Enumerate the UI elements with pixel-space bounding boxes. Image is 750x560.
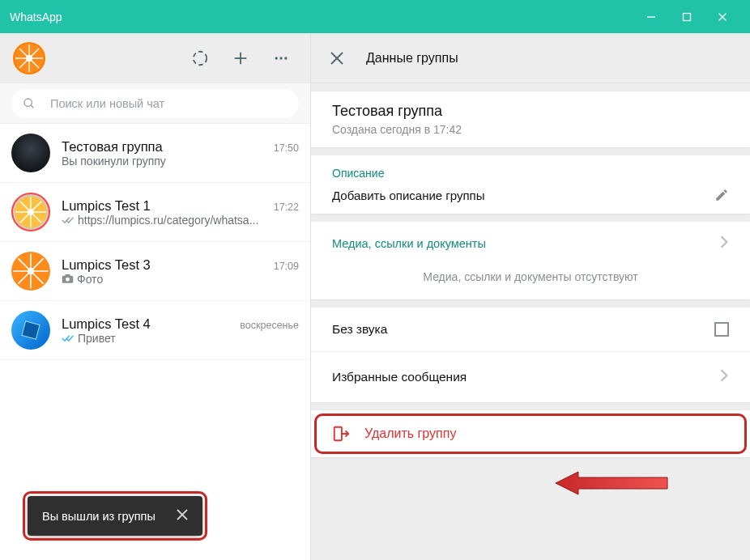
window-minimize-button[interactable]: [633, 0, 669, 33]
chat-list-panel: Тестовая группа 17:50 Вы покинули группу: [0, 33, 311, 560]
svg-point-20: [24, 99, 32, 106]
group-name: Тестовая группа: [332, 103, 729, 120]
mute-label: Без звука: [332, 322, 714, 337]
chat-avatar: [11, 311, 50, 350]
chat-snippet: Фото: [62, 273, 299, 286]
chat-time: 17:22: [274, 202, 299, 213]
search-box[interactable]: [11, 89, 299, 118]
svg-point-19: [284, 57, 287, 59]
panel-title: Данные группы: [366, 51, 458, 66]
exit-icon: [332, 425, 350, 443]
search-row: [0, 83, 310, 124]
chat-name: Тестовая группа: [62, 139, 274, 155]
menu-icon[interactable]: [265, 42, 297, 74]
chat-name: Lumpics Test 3: [62, 257, 274, 273]
chat-list: Тестовая группа 17:50 Вы покинули группу: [0, 124, 310, 560]
description-text: Добавить описание группы: [332, 189, 714, 202]
group-info-panel: Данные группы Тестовая группа Создана се…: [311, 33, 750, 560]
chat-avatar: [11, 134, 50, 172]
group-info-header: Данные группы: [311, 33, 750, 83]
svg-point-41: [28, 268, 34, 274]
media-label: Медиа, ссылки и документы: [332, 237, 719, 250]
search-input[interactable]: [50, 97, 288, 110]
chat-avatar: [11, 193, 50, 231]
new-chat-icon[interactable]: [224, 42, 257, 74]
window-close-button[interactable]: [705, 0, 740, 33]
chat-avatar: [11, 252, 50, 291]
svg-point-17: [275, 57, 278, 59]
orange-slice-icon: [13, 194, 49, 230]
group-title-card: Тестовая группа Создана сегодня в 17:42: [311, 91, 750, 147]
svg-rect-48: [335, 427, 342, 441]
chevron-right-icon: [719, 367, 729, 388]
double-check-icon: [62, 215, 75, 225]
chat-name: Lumpics Test 1: [62, 198, 274, 214]
svg-point-13: [27, 56, 32, 62]
starred-label: Избранные сообщения: [332, 370, 719, 384]
chat-time: 17:50: [274, 142, 299, 154]
toast-text: Вы вышли из группы: [42, 510, 156, 523]
toast-close-button[interactable]: [177, 509, 188, 523]
group-created: Создана сегодня в 17:42: [332, 123, 729, 136]
chat-list-header: [0, 33, 310, 83]
cube-icon: [15, 314, 46, 346]
svg-rect-45: [22, 321, 40, 339]
chat-item[interactable]: Lumpics Test 3 17:09 Фото: [0, 242, 310, 301]
chevron-right-icon: [719, 233, 729, 254]
double-check-read-icon: [62, 333, 75, 343]
mute-checkbox[interactable]: [714, 322, 729, 337]
chat-snippet: Вы покинули группу: [62, 155, 299, 168]
svg-point-31: [28, 209, 34, 215]
window-maximize-button[interactable]: [669, 0, 705, 33]
orange-slice-icon: [13, 42, 45, 74]
chat-time: 17:09: [274, 261, 299, 272]
starred-row[interactable]: Избранные сообщения: [311, 352, 750, 402]
chat-time: воскресенье: [240, 320, 299, 331]
settings-card: Без звука Избранные сообщения: [311, 308, 750, 402]
media-card[interactable]: Медиа, ссылки и документы Медиа, ссылки …: [311, 222, 750, 299]
chat-item[interactable]: Тестовая группа 17:50 Вы покинули группу: [0, 124, 310, 183]
description-label: Описание: [332, 167, 729, 180]
mute-row[interactable]: Без звука: [311, 308, 750, 351]
svg-point-14: [194, 52, 207, 66]
status-icon[interactable]: [184, 42, 216, 74]
chat-item[interactable]: Lumpics Test 1 17:22 https://lumpics.ru/…: [0, 183, 310, 242]
group-description-card[interactable]: Описание Добавить описание группы: [311, 155, 750, 214]
svg-rect-1: [684, 13, 691, 20]
search-icon: [23, 97, 36, 110]
chat-snippet: https://lumpics.ru/category/whatsa...: [62, 214, 299, 227]
chat-name: Lumpics Test 4: [62, 316, 240, 332]
chat-item[interactable]: Lumpics Test 4 воскресенье Привет: [0, 301, 310, 360]
close-panel-button[interactable]: [327, 49, 347, 68]
svg-point-43: [66, 278, 70, 282]
user-avatar[interactable]: [13, 42, 45, 74]
window-title: WhatsApp: [10, 11, 633, 23]
camera-icon: [62, 274, 74, 284]
window-titlebar: WhatsApp: [0, 0, 750, 33]
svg-rect-44: [66, 274, 70, 277]
orange-slice-icon: [11, 252, 50, 291]
chat-snippet: Привет: [62, 332, 299, 345]
edit-icon[interactable]: [714, 188, 729, 202]
delete-group-button[interactable]: Удалить группу: [311, 410, 750, 457]
media-empty-text: Медиа, ссылки и документы отсутствуют: [332, 254, 729, 288]
svg-point-18: [279, 57, 282, 59]
delete-group-label: Удалить группу: [364, 426, 456, 441]
toast-notification: Вы вышли из группы: [28, 496, 202, 536]
svg-line-21: [31, 105, 33, 108]
